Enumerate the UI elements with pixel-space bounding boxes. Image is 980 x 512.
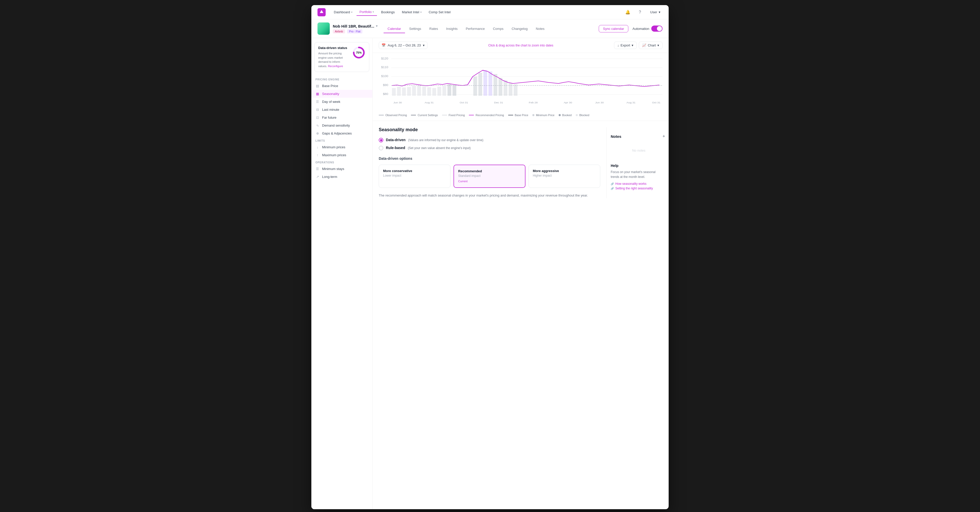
calendar-icon: 📅 [382, 43, 386, 47]
svg-rect-15 [402, 87, 406, 96]
svg-text:$110: $110 [381, 66, 388, 68]
chart-icon: 📈 [642, 43, 646, 47]
automation-switch[interactable] [651, 25, 662, 32]
help-link-how-seasonality[interactable]: 🔗 How seasonality works [611, 182, 659, 186]
sidebar-item-maximum-prices[interactable]: ↑ Maximum prices [311, 151, 372, 159]
tab-rates[interactable]: Rates [425, 26, 442, 33]
sidebar-item-gaps-adjacencies[interactable]: ⊕ Gaps & Adjacencies [311, 129, 372, 137]
link-icon: 🔗 [611, 187, 614, 190]
mode-data-driven[interactable]: Data-driven (Values are informed by our … [379, 138, 600, 142]
sidebar-item-far-future[interactable]: ⊡ Far future [311, 114, 372, 121]
svg-rect-13 [392, 88, 396, 96]
limits-label: LIMITS [311, 137, 372, 143]
options-grid: More conservative Lower impact Recommend… [379, 165, 600, 188]
add-note-button[interactable]: + [661, 133, 667, 139]
right-panel: Notes + No notes Help Focus on your mark… [606, 127, 662, 198]
reconfigure-link[interactable]: Reconfigure [328, 65, 343, 68]
data-driven-desc: Amount the pricing engine uses market de… [318, 51, 349, 68]
chevron-down-icon: ▾ [632, 43, 633, 47]
sidebar-item-base-price[interactable]: ▤ Base Price [311, 82, 372, 90]
option-conservative[interactable]: More conservative Lower impact [379, 165, 450, 188]
user-menu[interactable]: User ▾ [648, 9, 662, 15]
chevron-icon: ▾ [420, 11, 422, 14]
legend-recommended: Recommended Pricing [469, 114, 504, 117]
chevron-down-icon: ▾ [657, 43, 659, 47]
chart-area[interactable]: $120 $110 $100 $90 $80 [379, 55, 662, 111]
export-icon: ↓ [617, 43, 619, 47]
content-area: 📅 Aug 6, 22 – Oct 28, 23 ▾ Click & drag … [372, 38, 669, 509]
svg-text:Aug 31: Aug 31 [627, 101, 636, 104]
property-tabs: Calendar Settings Rates Insights Perform… [383, 24, 599, 33]
legend-line-recommended [469, 115, 474, 115]
legend-line-observed [379, 115, 384, 115]
sidebar-item-long-term[interactable]: ↗ Long-term [311, 173, 372, 181]
tab-notes[interactable]: Notes [532, 26, 549, 33]
pricing-engine-label: PRICING ENGINE [311, 76, 372, 82]
logo[interactable] [318, 8, 326, 16]
sidebar-item-day-of-week[interactable]: ☰ Day of week [311, 98, 372, 106]
sync-calendar-button[interactable]: Sync calendar [599, 25, 628, 32]
export-button[interactable]: ↓ Export ▾ [614, 41, 637, 49]
radio-data-driven[interactable] [379, 138, 383, 142]
chart-button[interactable]: 📈 Chart ▾ [639, 41, 662, 49]
tab-calendar[interactable]: Calendar [383, 26, 405, 33]
help-icon[interactable]: ? [636, 8, 644, 16]
notifications-icon[interactable]: 🔔 [624, 8, 632, 16]
nav-dashboard[interactable]: Dashboard ▾ [331, 8, 355, 16]
help-title: Help [611, 164, 659, 168]
sidebar-item-demand-sensitivity[interactable]: ∿ Demand sensitivity [311, 121, 372, 129]
svg-rect-18 [417, 85, 421, 96]
chart-actions: ↓ Export ▾ 📈 Chart ▾ [614, 41, 662, 49]
svg-text:$90: $90 [383, 84, 388, 86]
tab-comps[interactable]: Comps [489, 26, 508, 33]
svg-rect-27 [478, 73, 482, 96]
option-aggressive[interactable]: More aggressive Higher impact [528, 165, 600, 188]
tab-changelog[interactable]: Changelog [508, 26, 532, 33]
svg-rect-25 [452, 85, 456, 96]
svg-text:Oct 31: Oct 31 [460, 101, 468, 104]
svg-rect-17 [412, 86, 416, 96]
svg-rect-34 [514, 84, 517, 96]
nav-portfolio[interactable]: Portfolio ▾ [356, 8, 377, 16]
mode-rule-based[interactable]: Rule-based (Set your own value absent th… [379, 145, 600, 150]
app-window: Dashboard ▾ Portfolio ▾ Bookings Market … [311, 5, 669, 509]
chevron-down-icon: ▾ [659, 10, 660, 14]
data-driven-options-title: Data-driven options [379, 156, 600, 161]
sidebar-item-last-minute[interactable]: ⊟ Last minute [311, 106, 372, 114]
automation-toggle: Automation [632, 25, 662, 32]
tab-settings[interactable]: Settings [405, 26, 425, 33]
svg-rect-22 [438, 87, 441, 96]
help-link-right-seasonality[interactable]: 🔗 Setting the right seasonality [611, 186, 659, 190]
nav-comp-set-intel[interactable]: Comp Set Intel [426, 8, 454, 16]
far-future-icon: ⊡ [315, 116, 320, 119]
chevron-icon: ▾ [376, 24, 377, 28]
legend-blocked: Blocked [576, 114, 589, 117]
notes-title: Notes [611, 134, 621, 138]
svg-rect-14 [397, 87, 401, 96]
sidebar-item-seasonality[interactable]: ▦ Seasonality [311, 90, 372, 98]
day-of-week-icon: ☰ [315, 100, 320, 103]
svg-text:Aug 31: Aug 31 [425, 101, 434, 104]
legend-line-base [508, 115, 513, 115]
help-section: Help Focus on your market's seasonal tre… [611, 164, 659, 190]
radio-rule-based[interactable] [379, 146, 383, 150]
chevron-icon: ▾ [351, 11, 352, 14]
option-recommended[interactable]: Recommended Standard impact Current [453, 165, 525, 188]
sidebar-item-minimum-stays[interactable]: ☰ Minimum stays [311, 165, 372, 173]
nav-market-intel[interactable]: Market Intel ▾ [399, 8, 425, 16]
nav-bookings[interactable]: Bookings [378, 8, 398, 16]
tab-performance[interactable]: Performance [462, 26, 489, 33]
mode-options: Data-driven (Values are informed by our … [379, 138, 600, 150]
tab-insights[interactable]: Insights [442, 26, 462, 33]
svg-text:Dec 31: Dec 31 [494, 101, 503, 104]
top-nav: Dashboard ▾ Portfolio ▾ Bookings Market … [311, 5, 669, 19]
legend-line-fixed [442, 115, 447, 115]
toggle-knob [657, 26, 662, 31]
date-range-button[interactable]: 📅 Aug 6, 22 – Oct 28, 23 ▾ [379, 41, 428, 49]
link-icon: 🔗 [611, 183, 614, 185]
sidebar-item-minimum-prices[interactable]: ↓ Minimum prices [311, 143, 372, 151]
svg-rect-33 [509, 83, 512, 96]
property-name[interactable]: Nob Hill 1BR, Beautif... ▾ [333, 24, 377, 28]
legend-fixed: Fixed Pricing [442, 114, 465, 117]
chevron-down-icon: ▾ [423, 43, 425, 47]
